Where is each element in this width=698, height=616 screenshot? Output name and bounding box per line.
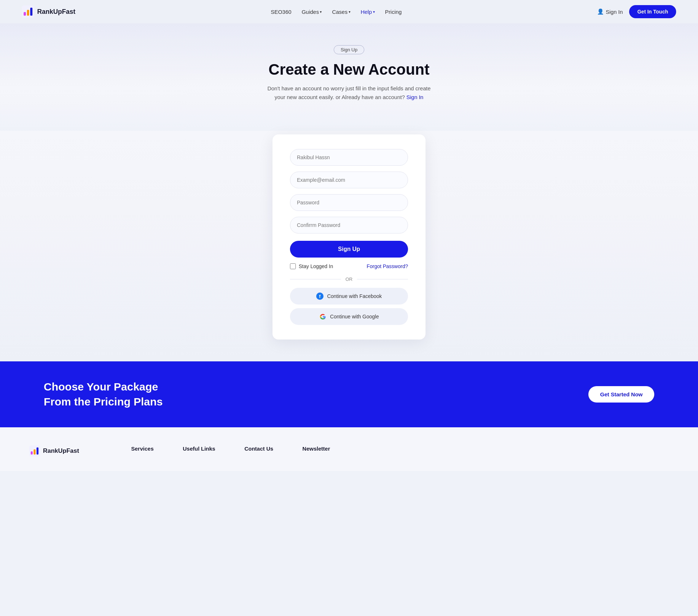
divider-left	[290, 279, 341, 279]
footer-top: RankUpFast Services Useful Links Contact…	[29, 446, 669, 460]
signup-button[interactable]: Sign Up	[290, 241, 408, 258]
stay-logged-in-label[interactable]: Stay Logged In	[290, 263, 333, 269]
confirm-password-input[interactable]	[290, 217, 408, 234]
name-field-group	[290, 149, 408, 166]
chevron-down-icon: ▾	[373, 10, 375, 14]
nav-logo-text: RankUpFast	[37, 8, 75, 16]
footer-col2-title: Useful Links	[183, 446, 215, 452]
cta-banner: Choose Your Package From the Pricing Pla…	[0, 361, 698, 427]
hero-description: Don't have an account no worry just fill…	[262, 84, 436, 102]
hero-signin-link[interactable]: Sign In	[406, 94, 423, 100]
get-started-button[interactable]: Get Started Now	[588, 386, 654, 403]
or-label: OR	[345, 276, 353, 282]
facebook-button[interactable]: f Continue with Facebook	[290, 288, 408, 305]
chevron-down-icon: ▾	[320, 10, 322, 14]
footer-col-contact: Contact Us	[244, 446, 273, 460]
svg-rect-3	[30, 8, 32, 16]
nav-signin-link[interactable]: 👤 Sign In	[597, 8, 623, 15]
footer-cols: Services Useful Links Contact Us Newslet…	[131, 446, 669, 460]
google-button[interactable]: Continue with Google	[290, 308, 408, 325]
navbar: RankUpFast SEO360 Guides ▾ Cases ▾ Help …	[0, 0, 698, 23]
email-input[interactable]	[290, 172, 408, 188]
footer-logo-icon	[29, 446, 40, 456]
footer-col-services: Services	[131, 446, 154, 460]
cta-title: Choose Your Package From the Pricing Pla…	[44, 380, 182, 409]
name-input[interactable]	[290, 149, 408, 166]
divider-right	[357, 279, 408, 279]
svg-rect-7	[36, 447, 38, 454]
nav-pricing[interactable]: Pricing	[385, 9, 402, 15]
footer-col-links: Useful Links	[183, 446, 215, 460]
footer-col1-title: Services	[131, 446, 154, 452]
footer-logo-col: RankUpFast	[29, 446, 102, 460]
footer-col-newsletter: Newsletter	[302, 446, 330, 460]
svg-rect-6	[34, 450, 35, 455]
footer-logo: RankUpFast	[29, 446, 102, 456]
facebook-icon: f	[316, 293, 323, 300]
nav-cases[interactable]: Cases ▾	[332, 9, 350, 15]
svg-rect-1	[24, 12, 26, 16]
hero-title: Create a New Account	[7, 61, 691, 78]
footer-col4-title: Newsletter	[302, 446, 330, 452]
footer-logo-text: RankUpFast	[43, 447, 79, 455]
nav-right: 👤 Sign In Get In Touch	[597, 5, 676, 18]
stay-logged-in-checkbox[interactable]	[290, 263, 296, 269]
forgot-password-link[interactable]: Forgot Password?	[366, 263, 408, 269]
svg-rect-5	[31, 451, 32, 455]
chevron-down-icon: ▾	[349, 10, 350, 14]
password-field-group	[290, 194, 408, 211]
google-icon	[319, 313, 326, 320]
signup-form-card: Sign Up Stay Logged In Forgot Password? …	[272, 134, 426, 340]
or-divider: OR	[290, 276, 408, 282]
form-section: Sign Up Stay Logged In Forgot Password? …	[0, 131, 698, 361]
footer: RankUpFast Services Useful Links Contact…	[0, 427, 698, 471]
svg-rect-2	[27, 10, 29, 16]
person-icon: 👤	[597, 8, 604, 15]
confirm-password-field-group	[290, 217, 408, 234]
form-footer-row: Stay Logged In Forgot Password?	[290, 263, 408, 269]
get-in-touch-button[interactable]: Get In Touch	[629, 5, 676, 18]
password-input[interactable]	[290, 194, 408, 211]
signup-badge: Sign Up	[334, 45, 364, 54]
nav-logo[interactable]: RankUpFast	[22, 5, 75, 18]
nav-guides[interactable]: Guides ▾	[302, 9, 322, 15]
footer-col3-title: Contact Us	[244, 446, 273, 452]
nav-links: SEO360 Guides ▾ Cases ▾ Help ▾ Pricing	[271, 9, 402, 15]
hero-section: Sign Up Create a New Account Don't have …	[0, 23, 698, 131]
nav-seo360[interactable]: SEO360	[271, 9, 291, 15]
email-field-group	[290, 172, 408, 188]
logo-icon	[22, 5, 34, 18]
nav-help[interactable]: Help ▾	[361, 9, 375, 15]
